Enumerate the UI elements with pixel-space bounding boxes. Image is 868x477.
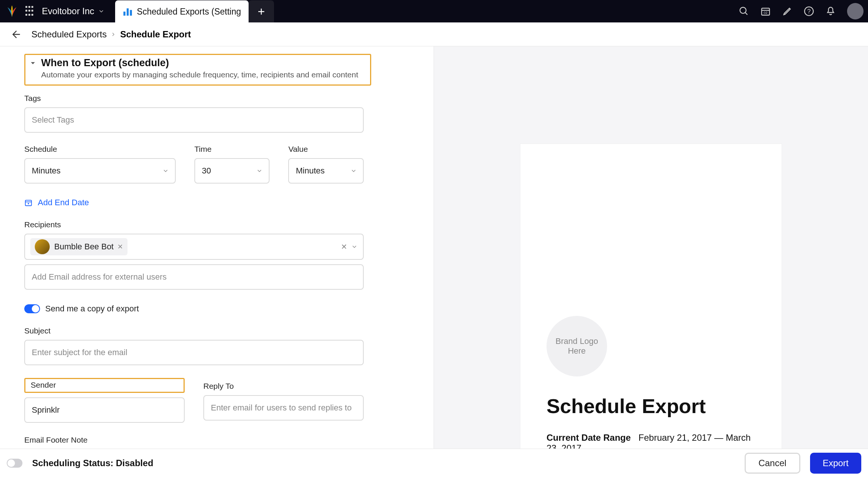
svg-point-3: [740, 7, 746, 13]
subject-label: Subject: [24, 326, 364, 335]
plus-icon: [257, 7, 266, 16]
schedule-label: Schedule: [24, 145, 176, 154]
add-end-date-link[interactable]: Add End Date: [24, 198, 364, 207]
breadcrumb-current: Schedule Export: [120, 29, 191, 40]
time-select[interactable]: [194, 158, 270, 184]
svg-text:02: 02: [764, 11, 767, 15]
clear-recipients-icon[interactable]: ✕: [341, 242, 347, 251]
recipients-label: Recipients: [24, 220, 364, 229]
brand-logo-placeholder: Brand Logo Here: [547, 316, 607, 376]
send-copy-toggle[interactable]: [24, 304, 40, 313]
value-select[interactable]: [288, 158, 364, 184]
remove-chip-icon[interactable]: ✕: [117, 243, 123, 251]
schedule-select[interactable]: [24, 158, 176, 184]
svg-rect-8: [25, 200, 32, 206]
form-area: When to Export (schedule) Automate your …: [0, 46, 434, 449]
breadcrumb-bar: Scheduled Exports Schedule Export: [0, 22, 868, 46]
back-arrow-icon[interactable]: [11, 29, 22, 40]
sender-input[interactable]: [24, 397, 185, 423]
footer-note-label: Email Footer Note: [24, 436, 364, 444]
reply-to-label: Reply To: [203, 378, 364, 391]
company-name: Evoltobor Inc: [42, 6, 94, 16]
schedule-row: Schedule Time Value: [24, 145, 364, 184]
preview-panel: Brand Logo Here Schedule Export Current …: [434, 46, 868, 449]
reply-to-input[interactable]: [203, 395, 364, 421]
search-icon[interactable]: [739, 6, 749, 16]
recipient-chip: Bumble Bee Bot ✕: [30, 238, 127, 255]
tags-label: Tags: [24, 94, 364, 103]
time-label: Time: [194, 145, 270, 154]
sender-reply-row: Sender Reply To: [24, 378, 364, 423]
topbar-actions: 02 ?: [739, 3, 864, 19]
section-subtitle: Automate your exports by managing schedu…: [30, 70, 366, 79]
svg-rect-1: [127, 8, 129, 16]
scheduling-status-toggle[interactable]: [7, 459, 22, 468]
apps-grid-icon[interactable]: [25, 6, 36, 16]
main-area: When to Export (schedule) Automate your …: [0, 46, 868, 449]
sender-label: Sender: [31, 381, 178, 390]
bell-icon[interactable]: [825, 6, 836, 16]
pencil-icon[interactable]: [782, 6, 792, 16]
calendar-icon[interactable]: 02: [760, 6, 771, 16]
tags-input[interactable]: [24, 107, 364, 133]
preview-page: Brand Logo Here Schedule Export Current …: [520, 144, 782, 449]
footer-bar: Scheduling Status: Disabled Cancel Expor…: [0, 449, 868, 477]
svg-text:?: ?: [807, 8, 810, 15]
sender-label-highlight: Sender: [24, 378, 185, 393]
bar-chart-icon: [123, 7, 132, 16]
caret-down-icon: [30, 60, 36, 66]
breadcrumb-parent[interactable]: Scheduled Exports: [31, 29, 107, 40]
company-switcher[interactable]: Evoltobor Inc: [42, 6, 105, 16]
new-tab-button[interactable]: [249, 0, 274, 23]
chevron-down-icon[interactable]: [351, 243, 358, 250]
sprinklr-logo: [4, 4, 19, 19]
calendar-plus-icon: [24, 199, 33, 207]
preview-range-label: Current Date Range: [547, 433, 631, 443]
user-avatar[interactable]: [847, 3, 864, 19]
subject-input[interactable]: [24, 340, 364, 365]
add-end-date-label: Add End Date: [38, 198, 89, 207]
export-button[interactable]: Export: [810, 453, 861, 474]
recipients-input[interactable]: Bumble Bee Bot ✕ ✕: [24, 234, 364, 260]
chevron-right-icon: [110, 31, 116, 37]
svg-rect-0: [123, 12, 125, 16]
send-copy-label: Send me a copy of export: [45, 304, 139, 314]
value-label: Value: [288, 145, 364, 154]
send-copy-row: Send me a copy of export: [24, 304, 364, 314]
section-header[interactable]: When to Export (schedule) Automate your …: [24, 54, 371, 86]
recipient-avatar: [35, 239, 50, 254]
chevron-down-icon: [98, 8, 105, 15]
scheduling-status-label: Scheduling Status: Disabled: [32, 458, 153, 468]
recipient-name: Bumble Bee Bot: [54, 242, 114, 252]
cancel-button[interactable]: Cancel: [745, 453, 800, 474]
preview-date-range: Current Date Range February 21, 2017 — M…: [547, 433, 755, 449]
help-icon[interactable]: ?: [804, 6, 814, 16]
active-tab[interactable]: Scheduled Exports (Setting: [115, 0, 249, 23]
svg-rect-2: [130, 10, 132, 16]
preview-title: Schedule Export: [547, 394, 755, 418]
section-title: When to Export (schedule): [41, 57, 169, 69]
external-email-input[interactable]: [24, 264, 364, 290]
top-bar: Evoltobor Inc Scheduled Exports (Setting…: [0, 0, 868, 22]
tab-label: Scheduled Exports (Setting: [137, 7, 241, 17]
